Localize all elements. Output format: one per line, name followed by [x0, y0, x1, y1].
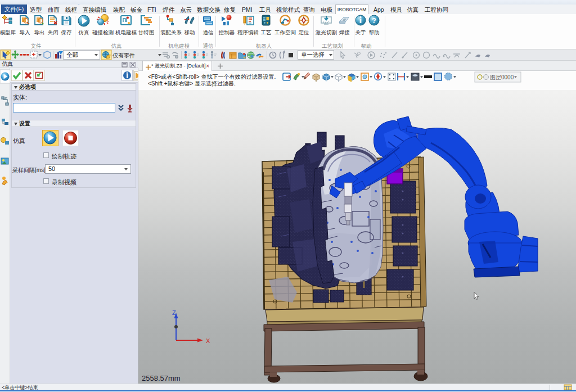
- svg-text:?: ?: [372, 16, 376, 25]
- svg-text:Z: Z: [172, 309, 176, 316]
- svg-text:X: X: [206, 337, 210, 344]
- svg-text:2558.57mm: 2558.57mm: [142, 374, 181, 382]
- svg-text:图层0000: 图层0000: [490, 74, 514, 80]
